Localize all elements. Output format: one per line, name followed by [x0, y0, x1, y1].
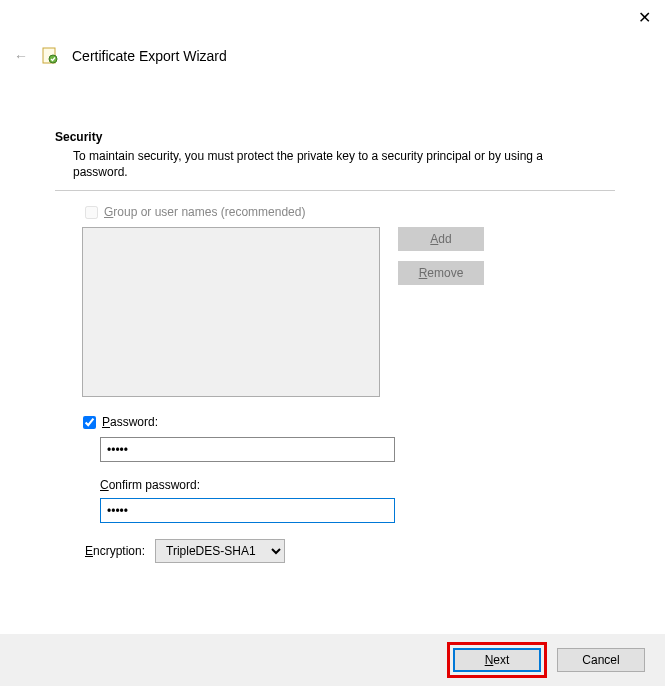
- encryption-select[interactable]: TripleDES-SHA1: [155, 539, 285, 563]
- wizard-title: Certificate Export Wizard: [72, 48, 227, 64]
- section-heading: Security: [55, 130, 615, 144]
- password-checkbox-row: Password:: [83, 415, 615, 429]
- cancel-button[interactable]: Cancel: [557, 648, 645, 672]
- group-users-checkbox-row: Group or user names (recommended): [85, 205, 615, 219]
- close-button[interactable]: ✕: [638, 8, 651, 27]
- password-label: Password:: [102, 415, 158, 429]
- password-section: Password: Confirm password:: [85, 415, 615, 523]
- wizard-content: Security To maintain security, you must …: [55, 130, 615, 563]
- wizard-header: ← Certificate Export Wizard: [14, 46, 227, 66]
- remove-button: Remove: [398, 261, 484, 285]
- next-button-highlight: Next: [447, 642, 547, 678]
- password-input[interactable]: [100, 437, 395, 462]
- group-users-checkbox: [85, 206, 98, 219]
- group-users-label: Group or user names (recommended): [104, 205, 305, 219]
- group-side-buttons: Add Remove: [398, 227, 484, 397]
- password-checkbox[interactable]: [83, 416, 96, 429]
- divider: [55, 190, 615, 191]
- next-button[interactable]: Next: [453, 648, 541, 672]
- back-arrow-icon: ←: [14, 48, 28, 64]
- group-users-listbox: [82, 227, 380, 397]
- encryption-label: Encryption:: [85, 544, 145, 558]
- confirm-password-input[interactable]: [100, 498, 395, 523]
- certificate-icon: [40, 46, 60, 66]
- section-description: To maintain security, you must protect t…: [73, 148, 583, 180]
- encryption-row: Encryption: TripleDES-SHA1: [85, 539, 615, 563]
- add-button: Add: [398, 227, 484, 251]
- confirm-password-label: Confirm password:: [100, 478, 615, 492]
- group-users-area: Add Remove: [82, 227, 615, 397]
- wizard-footer: Next Cancel: [0, 634, 665, 686]
